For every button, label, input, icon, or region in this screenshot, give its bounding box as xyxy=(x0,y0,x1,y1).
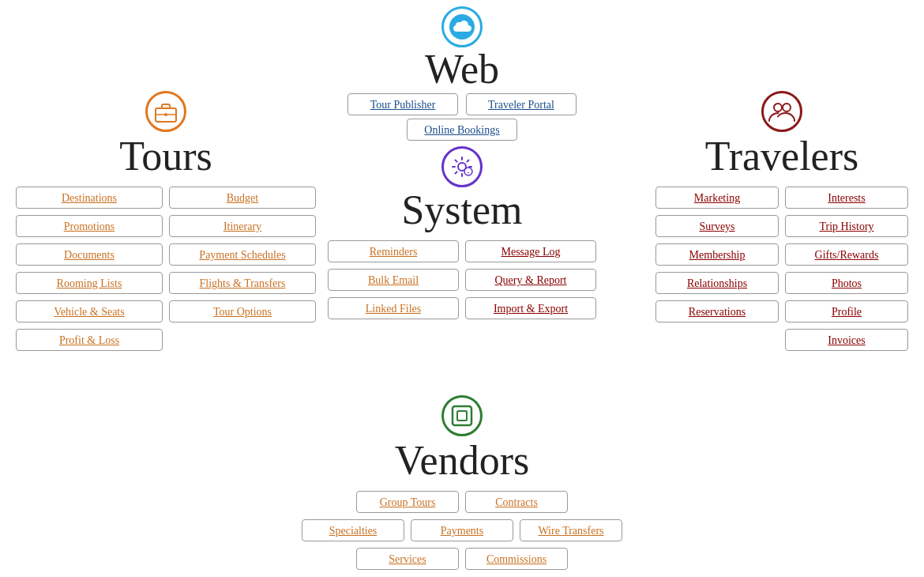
system-query-report-link[interactable]: Query & Report xyxy=(495,274,567,286)
vendors-wire-transfers-box[interactable]: Wire Transfers xyxy=(520,519,622,541)
travelers-gifts-rewards-box[interactable]: Gifts/Rewards xyxy=(785,243,908,266)
vendors-specialties-link[interactable]: Specialties xyxy=(329,525,377,537)
travelers-trip-history-box[interactable]: Trip History xyxy=(785,215,908,237)
online-bookings-link[interactable]: Online Bookings xyxy=(424,124,499,136)
vendors-wire-transfers-link[interactable]: Wire Transfers xyxy=(538,525,603,537)
vendors-group-tours-box[interactable]: Group Tours xyxy=(356,491,459,513)
system-bulk-email-box[interactable]: Bulk Email xyxy=(328,269,459,291)
travelers-membership-link[interactable]: Membership xyxy=(689,249,746,261)
vendors-section: Vendors Group Tours Contracts Specialtie… xyxy=(225,395,699,570)
tours-payment-schedules-link[interactable]: Payment Schedules xyxy=(199,249,285,261)
tours-vehicle-box[interactable]: Vehicle & Seats xyxy=(16,300,163,322)
tours-profit-loss-box[interactable]: Profit & Loss xyxy=(16,329,163,351)
tours-documents-link[interactable]: Documents xyxy=(64,249,115,261)
tours-promotions-box[interactable]: Promotions xyxy=(16,215,163,237)
web-title: Web xyxy=(280,49,644,90)
building-icon xyxy=(449,403,475,428)
tours-payment-schedules-box[interactable]: Payment Schedules xyxy=(169,243,316,266)
tours-budget-link[interactable]: Budget xyxy=(227,192,258,204)
tours-rooming-lists-link[interactable]: Rooming Lists xyxy=(57,277,122,289)
vendors-services-link[interactable]: Services xyxy=(389,553,426,565)
vendors-specialties-box[interactable]: Specialties xyxy=(302,519,404,541)
traveler-portal-box[interactable]: Traveler Portal xyxy=(466,93,577,115)
system-bulk-email-link[interactable]: Bulk Email xyxy=(368,274,419,286)
tours-tour-options-link[interactable]: Tour Options xyxy=(213,306,272,318)
travelers-trip-history-link[interactable]: Trip History xyxy=(819,221,873,232)
system-grid: Reminders Message Log Bulk Email Query &… xyxy=(328,240,596,319)
travelers-section: Travelers Marketing Interests Surveys Tr… xyxy=(655,91,908,351)
tours-promotions-link[interactable]: Promotions xyxy=(64,221,115,232)
system-icon-container: + xyxy=(441,146,483,187)
tours-destinations-link[interactable]: Destinations xyxy=(62,192,117,204)
system-import-export-box[interactable]: Import & Export xyxy=(465,297,596,319)
tour-publisher-link[interactable]: Tour Publisher xyxy=(370,99,436,111)
system-reminders-box[interactable]: Reminders xyxy=(328,240,459,262)
vendors-icon-container xyxy=(441,395,483,436)
traveler-portal-link[interactable]: Traveler Portal xyxy=(488,99,554,111)
vendors-payments-box[interactable]: Payments xyxy=(411,519,513,541)
tours-vehicle-link[interactable]: Vehicle & Seats xyxy=(54,306,124,318)
system-linked-files-box[interactable]: Linked Files xyxy=(328,297,459,319)
travelers-interests-box[interactable]: Interests xyxy=(785,187,908,209)
travelers-photos-box[interactable]: Photos xyxy=(785,272,908,294)
tours-documents-box[interactable]: Documents xyxy=(16,243,163,266)
vendors-commissions-link[interactable]: Commissions xyxy=(486,553,547,565)
travelers-surveys-box[interactable]: Surveys xyxy=(655,215,779,237)
svg-rect-8 xyxy=(453,406,471,425)
travelers-marketing-link[interactable]: Marketing xyxy=(694,192,740,204)
vendors-title: Vendors xyxy=(225,438,699,483)
system-message-log-box[interactable]: Message Log xyxy=(465,240,596,262)
tours-icon-container xyxy=(145,91,186,132)
travelers-grid: Marketing Interests Surveys Trip History… xyxy=(655,187,908,351)
travelers-relationships-box[interactable]: Relationships xyxy=(655,272,779,294)
vendors-group-tours-link[interactable]: Group Tours xyxy=(380,496,436,508)
system-reminders-link[interactable]: Reminders xyxy=(370,246,418,258)
vendors-payments-link[interactable]: Payments xyxy=(441,525,483,537)
vendors-commissions-box[interactable]: Commissions xyxy=(465,548,568,570)
tours-tour-options-box[interactable]: Tour Options xyxy=(169,300,316,322)
travelers-profile-box[interactable]: Profile xyxy=(785,300,908,322)
travelers-invoices-box[interactable]: Invoices xyxy=(785,329,908,351)
cloud-icon xyxy=(449,14,475,40)
tours-destinations-box[interactable]: Destinations xyxy=(16,187,163,209)
tours-itinerary-link[interactable]: Itinerary xyxy=(223,221,261,232)
svg-text:+: + xyxy=(467,169,471,176)
vendors-services-box[interactable]: Services xyxy=(356,548,459,570)
gear-icon: + xyxy=(449,154,475,179)
travelers-invoices-link[interactable]: Invoices xyxy=(828,334,865,346)
tours-profit-loss-link[interactable]: Profit & Loss xyxy=(59,334,119,346)
system-query-report-box[interactable]: Query & Report xyxy=(465,269,596,291)
online-bookings-row: Online Bookings xyxy=(280,119,644,141)
tours-title: Tours xyxy=(16,134,316,179)
tours-itinerary-box[interactable]: Itinerary xyxy=(169,215,316,237)
travelers-relationships-link[interactable]: Relationships xyxy=(687,277,747,289)
online-bookings-box[interactable]: Online Bookings xyxy=(407,119,517,141)
travelers-photos-link[interactable]: Photos xyxy=(832,277,862,289)
travelers-surveys-link[interactable]: Surveys xyxy=(699,221,734,232)
travelers-marketing-box[interactable]: Marketing xyxy=(655,187,779,209)
system-title: System xyxy=(328,187,596,232)
system-message-log-link[interactable]: Message Log xyxy=(501,246,560,258)
vendors-contracts-link[interactable]: Contracts xyxy=(495,496,538,508)
system-linked-files-link[interactable]: Linked Files xyxy=(366,303,421,315)
svg-point-7 xyxy=(783,104,791,111)
tour-publisher-box[interactable]: Tour Publisher xyxy=(347,93,458,115)
tours-flights-box[interactable]: Flights & Transfers xyxy=(169,272,316,294)
travelers-gifts-rewards-link[interactable]: Gifts/Rewards xyxy=(815,249,879,261)
tours-budget-box[interactable]: Budget xyxy=(169,187,316,209)
web-links-row: Tour Publisher Traveler Portal xyxy=(280,93,644,115)
travelers-reservations-box[interactable]: Reservations xyxy=(655,300,779,322)
travelers-reservations-link[interactable]: Reservations xyxy=(689,306,746,318)
travelers-membership-box[interactable]: Membership xyxy=(655,243,779,266)
travelers-profile-link[interactable]: Profile xyxy=(832,306,862,318)
tours-flights-link[interactable]: Flights & Transfers xyxy=(200,277,286,289)
vendors-row-3: Services Commissions xyxy=(225,548,699,570)
briefcase-icon xyxy=(154,100,178,123)
svg-rect-9 xyxy=(457,411,467,420)
vendors-row-2: Specialties Payments Wire Transfers xyxy=(225,519,699,541)
travelers-interests-link[interactable]: Interests xyxy=(828,192,865,204)
tours-rooming-lists-box[interactable]: Rooming Lists xyxy=(16,272,163,294)
vendors-contracts-box[interactable]: Contracts xyxy=(465,491,568,513)
web-icon-container xyxy=(441,6,483,47)
system-import-export-link[interactable]: Import & Export xyxy=(494,303,568,315)
